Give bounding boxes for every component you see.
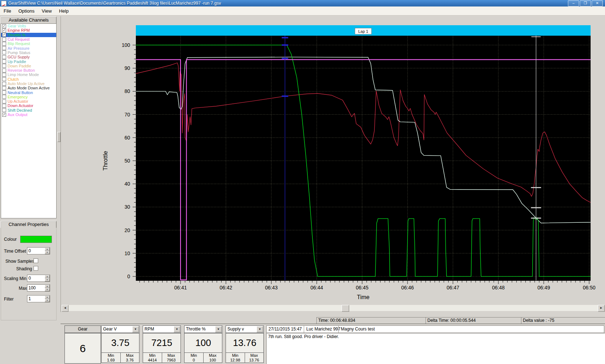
restore-button[interactable]: ❐ [580, 0, 591, 6]
y-tick-label: 70 [124, 112, 130, 117]
channel-item-cut-request[interactable]: Cut Request [1, 37, 56, 41]
title-bar[interactable]: GearShiftView C:\Users\Neil Wallace\Docu… [0, 0, 605, 6]
divider [338, 326, 339, 333]
channel-checkbox[interactable] [2, 77, 6, 81]
channel-label: Emergency [8, 95, 28, 99]
channel-item-up-paddle[interactable]: Up Paddle [1, 59, 56, 63]
channel-label: Down Actuator [8, 103, 34, 108]
show-samples-label: Show Samples [5, 259, 34, 264]
channel-checkbox[interactable]: ✓ [2, 33, 6, 37]
channel-checkbox[interactable] [2, 68, 6, 72]
spin-down-icon[interactable]: ▼ [45, 278, 50, 281]
minimize-button[interactable]: – [568, 0, 579, 6]
spin-down-icon[interactable]: ▼ [45, 288, 50, 291]
menu-item-file[interactable]: File [0, 7, 15, 15]
channel-label: Reverse Button [8, 68, 35, 72]
channel-checkbox[interactable] [2, 46, 6, 50]
channel-item-engine-rpm[interactable]: ✓Engine RPM [1, 28, 56, 32]
scaling-max-input[interactable]: 100 ▲▼ [27, 284, 50, 292]
chevron-down-icon[interactable]: ▼ [132, 326, 139, 332]
channel-item-limp-home-mode[interactable]: Limp Home Mode [1, 72, 56, 77]
metric-select-supply-v[interactable]: Supply v ▼ [226, 325, 264, 333]
metric-minmax-throttle-: Min0 Max100 [184, 352, 222, 363]
splitter-grip[interactable] [57, 132, 61, 142]
session-notes[interactable]: 7th run. Still good. Pro driver - Didier… [266, 333, 605, 364]
telemetry-chart[interactable]: 010203040506070809010006:4106:4206:4306:… [61, 16, 605, 305]
horizontal-scrollbar[interactable]: ◄ ► [62, 305, 605, 311]
channel-item-down-actuator[interactable]: Down Actuator [1, 103, 56, 108]
channel-item-auto-mode-up-active[interactable]: Auto Mode Up Active [1, 81, 56, 86]
metric-min: Min0 [184, 352, 204, 363]
status-time: Time: 00:06:48.834 [316, 317, 427, 324]
spin-up-icon[interactable]: ▲ [45, 296, 50, 299]
spin-down-icon[interactable]: ▼ [45, 251, 50, 254]
chevron-down-icon[interactable]: ▼ [215, 326, 222, 332]
channel-item-emergency[interactable]: Emergency [1, 95, 56, 99]
scroll-right-icon[interactable]: ► [598, 305, 605, 312]
spin-up-icon[interactable]: ▲ [45, 248, 50, 251]
menu-item-view[interactable]: View [38, 7, 55, 15]
scaling-min-input[interactable]: 0 ▲▼ [27, 275, 50, 282]
channel-item-pump-status[interactable]: Pump Status [1, 50, 56, 55]
channel-item-blip-request[interactable]: Blip Request [1, 41, 56, 46]
channel-checkbox[interactable] [2, 59, 6, 63]
show-samples-checkbox[interactable] [34, 258, 38, 263]
channel-item-shift-declined[interactable]: Shift Declined [1, 108, 56, 112]
channel-item-aux-output[interactable]: ✓Aux Output [1, 112, 56, 117]
menu-item-options[interactable]: Options [15, 7, 38, 15]
time-offset-input[interactable]: 0 ▲▼ [27, 247, 50, 254]
channel-item-up-actuator[interactable]: Up Actuator [1, 99, 56, 103]
spin-up-icon[interactable]: ▲ [45, 285, 50, 288]
channel-label: Down Paddle [8, 64, 31, 68]
filter-input[interactable]: 1 ▲▼ [27, 295, 50, 302]
channel-item-gcu-supply[interactable]: GCU Supply [1, 55, 56, 59]
metric-select-throttle-[interactable]: Throttle % ▼ [184, 325, 222, 333]
channel-label: Cut Request [8, 37, 30, 41]
x-tick-label: 06:49 [537, 285, 550, 290]
channel-checkbox[interactable]: ✓ [2, 28, 6, 32]
channel-checkbox[interactable] [2, 55, 6, 59]
channel-checkbox[interactable] [2, 99, 6, 103]
channel-checkbox[interactable] [2, 104, 6, 108]
channel-checkbox[interactable]: ✓ [2, 113, 6, 117]
channel-checkbox[interactable] [2, 95, 6, 99]
channel-checkbox[interactable] [2, 50, 6, 54]
metric-select-rpm[interactable]: RPM ▼ [143, 325, 181, 333]
channel-checkbox[interactable] [2, 108, 6, 112]
metric-name: RPM [144, 327, 154, 332]
channel-item-throttle-[interactable]: ✓Throttle % [1, 33, 56, 37]
x-tick-label: 06:42 [219, 285, 232, 290]
channel-item-air-pressure[interactable]: Air Pressure [1, 46, 56, 50]
channel-item-gear-volts[interactable]: ✓Gear Volts [1, 24, 56, 28]
channel-checkbox[interactable] [2, 37, 6, 41]
channels-list[interactable]: ✓Gear Volts✓Engine RPM✓Throttle %Cut Req… [1, 23, 57, 218]
metric-select-gear-v[interactable]: Gear V ▼ [101, 325, 139, 333]
channel-item-neutral-button[interactable]: Neutral Button [1, 90, 56, 94]
chevron-down-icon[interactable]: ▼ [174, 326, 180, 332]
channel-item-reverse-button[interactable]: Reverse Button [1, 68, 56, 72]
spin-down-icon[interactable]: ▼ [45, 299, 50, 302]
chevron-down-icon[interactable]: ▼ [257, 326, 263, 332]
channel-label: Gear Volts [8, 24, 26, 28]
channel-item-clutch[interactable]: Clutch [1, 77, 56, 81]
menu-item-help[interactable]: Help [55, 7, 72, 15]
scroll-left-icon[interactable]: ◄ [62, 305, 68, 312]
spin-up-icon[interactable]: ▲ [45, 275, 50, 278]
channel-checkbox[interactable] [2, 82, 6, 86]
x-axis-title: Time [357, 294, 370, 300]
metric-value-throttle-: 100 [184, 333, 222, 353]
channel-checkbox[interactable] [2, 42, 6, 46]
channel-checkbox[interactable] [2, 90, 6, 94]
close-button[interactable]: ✕ [592, 0, 603, 6]
channel-item-down-paddle[interactable]: Down Paddle [1, 64, 56, 68]
shading-checkbox[interactable] [34, 266, 38, 271]
colour-swatch[interactable] [20, 236, 52, 243]
channel-checkbox[interactable] [2, 73, 6, 77]
channel-checkbox[interactable] [2, 64, 6, 68]
y-axis-title: Throttle [102, 151, 108, 170]
channel-item-auto-mode-down-active[interactable]: Auto Mode Down Active [1, 86, 56, 90]
y-tick-label: 100 [122, 42, 130, 48]
channel-checkbox[interactable] [2, 86, 6, 90]
scrollbar-thumb[interactable] [342, 305, 349, 312]
channel-checkbox[interactable]: ✓ [2, 24, 6, 28]
